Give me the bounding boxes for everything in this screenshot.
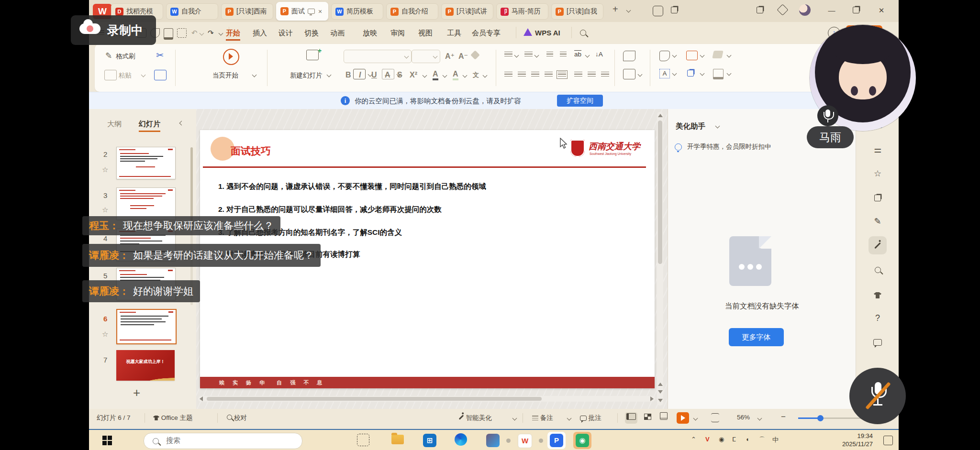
panel-title[interactable]: 美化助手: [676, 121, 705, 132]
text-direction-icon[interactable]: ab: [574, 51, 581, 58]
horizontal-scrollbar[interactable]: [198, 396, 655, 402]
spacing-options-icon[interactable]: [601, 72, 609, 77]
clipboard-icon[interactable]: [869, 188, 887, 207]
clear-format-icon[interactable]: [470, 50, 480, 60]
normal-view-button[interactable]: [625, 412, 637, 424]
next-slide-icon[interactable]: [658, 390, 663, 394]
windows-start-button[interactable]: [102, 436, 112, 445]
skin-theme-icon[interactable]: [869, 285, 887, 303]
line-spacing-icon[interactable]: [574, 72, 582, 77]
character-icon[interactable]: A: [385, 71, 390, 79]
strikethrough-icon[interactable]: S: [397, 71, 402, 79]
align-center-icon[interactable]: [518, 72, 526, 77]
paste-button[interactable]: 粘贴: [119, 71, 132, 80]
comment-bubble-icon[interactable]: [869, 333, 887, 351]
format-painter-button[interactable]: 格式刷: [116, 52, 135, 61]
numbered-list-icon[interactable]: [524, 52, 533, 57]
insert-image-icon[interactable]: [686, 51, 698, 60]
align-left-icon[interactable]: [504, 72, 512, 77]
text-rotate-icon[interactable]: ↓A: [595, 51, 603, 58]
minimize-window-button[interactable]: —: [825, 5, 838, 16]
pinyin-icon[interactable]: 文: [473, 71, 479, 79]
menu-tab-tools[interactable]: 工具: [447, 27, 461, 39]
new-tab-button[interactable]: +: [612, 4, 618, 15]
wechat-icon[interactable]: ◉: [576, 434, 589, 447]
microsoft-store-icon[interactable]: ⊞: [423, 434, 436, 447]
tray-ime-indicator[interactable]: 中: [772, 436, 779, 444]
add-slide-button[interactable]: +: [133, 385, 140, 400]
paragraph-spacing-icon[interactable]: [588, 72, 596, 77]
group-objects-icon[interactable]: [687, 70, 694, 77]
panel-title-chevron-icon[interactable]: [715, 124, 720, 129]
bullet-chevron-icon[interactable]: [514, 53, 519, 58]
slide-show-settings-icon[interactable]: [713, 69, 724, 79]
scroll-left-icon[interactable]: [200, 396, 203, 401]
cut-icon[interactable]: ✂: [156, 51, 164, 60]
close-window-button[interactable]: ✕: [875, 5, 888, 16]
tray-camera-icon[interactable]: ◉: [719, 436, 724, 443]
highlight-chevron-icon[interactable]: [463, 73, 468, 78]
decrease-indent-icon[interactable]: [546, 52, 553, 57]
menu-tab-design[interactable]: 设计: [278, 27, 293, 39]
beautify-chevron-icon[interactable]: [512, 416, 517, 421]
new-slide-icon[interactable]: [306, 50, 319, 60]
task-view-icon[interactable]: [357, 434, 369, 446]
menu-tab-transition[interactable]: 切换: [304, 27, 319, 39]
favorite-star-icon[interactable]: ☆: [102, 330, 108, 339]
fill-color-icon[interactable]: [712, 51, 723, 58]
text-box-icon[interactable]: A: [659, 69, 670, 78]
text-tools-icon[interactable]: [623, 69, 635, 79]
increase-font-icon[interactable]: A⁺: [445, 52, 455, 61]
text-box-chevron-icon[interactable]: [672, 71, 677, 76]
pinned-app-icon[interactable]: [486, 434, 500, 447]
zoom-slider[interactable]: [798, 417, 868, 419]
new-slide-chevron-icon[interactable]: [327, 73, 332, 77]
favorite-star-icon[interactable]: ☆: [102, 165, 108, 174]
font-color-icon[interactable]: A: [433, 70, 438, 80]
doc-tab-ppt-readonly-2[interactable]: P [只读]试讲: [441, 3, 493, 20]
zoom-slider-knob[interactable]: [817, 415, 824, 421]
menu-tab-review[interactable]: 审阅: [390, 27, 405, 39]
shapes-chevron-icon[interactable]: [672, 53, 677, 58]
underline-icon[interactable]: U: [371, 71, 377, 79]
smart-typeset-icon[interactable]: [623, 51, 635, 61]
scroll-up-icon[interactable]: [658, 114, 663, 117]
bullet-list-icon[interactable]: [504, 52, 512, 57]
tray-volume-icon[interactable]: ◖: [746, 436, 749, 443]
scroll-down-icon[interactable]: [658, 399, 663, 402]
edge-browser-icon[interactable]: [455, 433, 467, 446]
slide-thumbnail-6-selected[interactable]: [116, 309, 177, 344]
close-tab-icon[interactable]: ×: [318, 8, 322, 15]
tab-outline[interactable]: 大纲: [107, 120, 122, 129]
restore-window-button[interactable]: [853, 7, 859, 13]
zoom-chevron-icon[interactable]: [757, 416, 762, 421]
play-from-current-icon[interactable]: [223, 49, 239, 65]
justify-icon[interactable]: [545, 72, 553, 77]
workspace-icon[interactable]: [757, 7, 763, 13]
horizontal-scroll-thumb[interactable]: [207, 397, 542, 401]
image-chevron-icon[interactable]: [700, 53, 705, 58]
superscript-chevron-icon[interactable]: [423, 73, 427, 78]
file-explorer-icon[interactable]: [391, 435, 404, 444]
scroll-right-icon[interactable]: [650, 396, 654, 401]
webcam-mic-icon[interactable]: [817, 105, 838, 126]
slide-thumbnail-7[interactable]: 祝愿大家成功上岸！: [116, 350, 175, 381]
undo-chevron-icon[interactable]: [200, 31, 204, 36]
doc-tab-writer-2[interactable]: W 简历模板: [331, 3, 383, 20]
search-icon[interactable]: [580, 30, 586, 36]
bold-icon[interactable]: B: [345, 71, 351, 79]
vertical-scrollbar[interactable]: [657, 112, 663, 406]
collapse-panel-icon[interactable]: [179, 121, 184, 126]
notes-button[interactable]: 备注: [532, 414, 553, 422]
italic-icon[interactable]: I: [359, 71, 361, 79]
new-slide-button[interactable]: 新建幻灯片: [290, 71, 323, 80]
tab-overview-icon[interactable]: [671, 7, 678, 13]
slideshow-play-button[interactable]: [677, 412, 689, 424]
decrease-font-icon[interactable]: A⁻: [458, 52, 468, 61]
menu-tab-home[interactable]: 开始: [226, 27, 240, 41]
fill-chevron-icon[interactable]: [727, 53, 732, 58]
tray-expand-chevron-icon[interactable]: ⌃: [691, 436, 696, 443]
apps-cube-icon[interactable]: [777, 4, 788, 15]
tray-microphone-icon[interactable]: ⵎ: [732, 436, 736, 443]
expand-storage-button[interactable]: 扩容空间: [557, 95, 603, 107]
